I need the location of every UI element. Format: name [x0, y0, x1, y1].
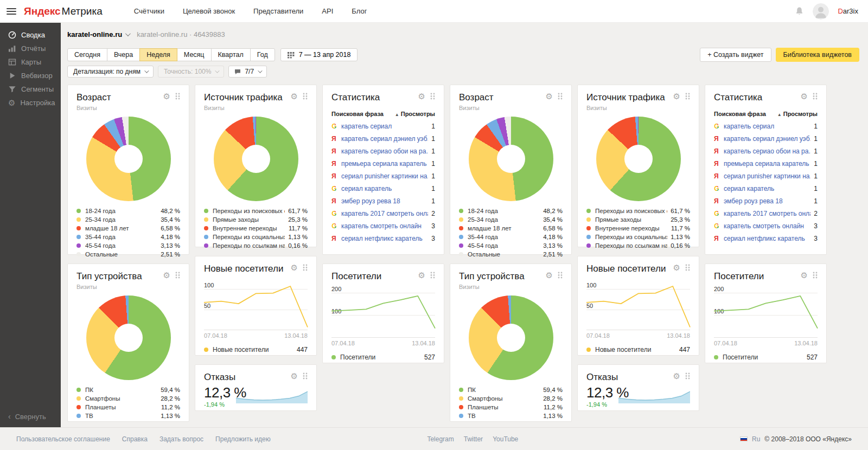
- footer-link-help[interactable]: Справка: [122, 435, 148, 443]
- new-visitors-line-chart[interactable]: 10050: [586, 283, 690, 330]
- footer-link-twitter[interactable]: Twitter: [464, 435, 483, 443]
- google-icon: G: [714, 210, 724, 217]
- comments-dropdown[interactable]: 7/7: [228, 66, 267, 78]
- widget-title: Новые посетители: [204, 263, 283, 274]
- nav-api[interactable]: API: [322, 7, 333, 15]
- widget-drag-handle-icon[interactable]: [685, 264, 690, 271]
- widget-settings-gear-icon[interactable]: ⚙: [546, 92, 553, 100]
- widget-settings-gear-icon[interactable]: ⚙: [163, 92, 170, 100]
- widget-library-button[interactable]: Библиотека виджетов: [776, 48, 859, 62]
- visitors-line-chart[interactable]: 200100: [714, 291, 818, 337]
- x-axis-labels: 07.04.18 13.04.18: [204, 332, 308, 339]
- table-row: Ясериал нетфликс каратель3: [331, 232, 435, 245]
- nav-representatives[interactable]: Представители: [253, 7, 303, 15]
- yandex-icon: Я: [714, 197, 724, 205]
- user-avatar[interactable]: [813, 3, 829, 20]
- footer-link-ask[interactable]: Задать вопрос: [159, 435, 203, 443]
- google-icon: G: [331, 222, 341, 230]
- traffic-source-donut-chart[interactable]: [596, 117, 681, 201]
- sidebar-item-maps[interactable]: Карты: [0, 55, 61, 69]
- period-today[interactable]: Сегодня: [67, 48, 107, 61]
- create-widget-button[interactable]: + Создать виджет: [700, 48, 771, 62]
- widget-board: Возраст Визиты ⚙ 18-24 года48,2 % 25-34: [67, 85, 859, 422]
- new-visitors-line-chart[interactable]: 10050: [204, 283, 308, 330]
- yandex-metrica-logo[interactable]: ЯндексМетрика: [24, 5, 103, 17]
- period-quarter[interactable]: Квартал: [211, 48, 251, 61]
- period-week[interactable]: Неделя: [139, 48, 177, 61]
- visitors-line-chart[interactable]: 200100: [331, 291, 435, 337]
- funnel-icon: [8, 85, 16, 93]
- widget-drag-handle-icon[interactable]: [813, 93, 818, 100]
- widget-settings-gear-icon[interactable]: ⚙: [418, 92, 425, 100]
- sidebar: Сводка Отчёты Карты Вебвизор Сегменты ⚙ …: [0, 23, 61, 427]
- widget-settings-gear-icon[interactable]: ⚙: [673, 92, 680, 100]
- legend-dot: [76, 252, 81, 256]
- counter-selector[interactable]: karatel-online.ru: [67, 30, 129, 38]
- nav-counters[interactable]: Счётчики: [134, 7, 164, 15]
- widget-drag-handle-icon[interactable]: [175, 93, 180, 100]
- legend-dot: [76, 388, 81, 392]
- widget-settings-gear-icon[interactable]: ⚙: [801, 92, 808, 100]
- sidebar-item-summary[interactable]: Сводка: [0, 28, 61, 42]
- footer-link-youtube[interactable]: YouTube: [493, 435, 518, 443]
- date-range-picker[interactable]: 7 — 13 апр 2018: [280, 48, 358, 61]
- age-donut-chart[interactable]: [469, 117, 553, 201]
- widget-settings-gear-icon[interactable]: ⚙: [291, 92, 298, 100]
- yandex-icon: Я: [331, 197, 341, 205]
- bounces-sparkline-chart[interactable]: [618, 386, 690, 403]
- traffic-source-donut-chart[interactable]: [214, 117, 298, 201]
- nav-blog[interactable]: Блог: [352, 7, 367, 15]
- username[interactable]: Dar3ix: [838, 7, 858, 15]
- legend-row: Переходы по ссылкам на сайтах0,16 %: [204, 241, 308, 250]
- yandex-icon: Я: [331, 135, 341, 143]
- widget-drag-handle-icon[interactable]: [175, 272, 180, 279]
- widget-drag-handle-icon[interactable]: [558, 272, 563, 279]
- widget-settings-gear-icon[interactable]: ⚙: [673, 372, 680, 380]
- age-donut-chart[interactable]: [86, 117, 171, 201]
- language-selector[interactable]: Ru: [752, 435, 760, 443]
- sidebar-collapse-button[interactable]: ‹ Свернуть: [0, 412, 61, 421]
- legend-row: 25-34 года35,4 %: [459, 215, 563, 224]
- period-month[interactable]: Месяц: [177, 48, 212, 61]
- widget-settings-gear-icon[interactable]: ⚙: [418, 271, 425, 279]
- device-type-donut-chart[interactable]: [469, 295, 553, 380]
- widget-drag-handle-icon[interactable]: [303, 93, 308, 100]
- footer-link-agreement[interactable]: Пользовательское соглашение: [16, 435, 110, 443]
- widget-settings-gear-icon[interactable]: ⚙: [291, 372, 298, 380]
- device-type-donut-chart[interactable]: [86, 295, 171, 380]
- widget-drag-handle-icon[interactable]: [303, 372, 308, 380]
- widget-settings-gear-icon[interactable]: ⚙: [291, 263, 298, 272]
- period-year[interactable]: Год: [250, 48, 275, 61]
- widget-drag-handle-icon[interactable]: [303, 264, 308, 271]
- table-row: Ясериал punisher картинки на...1: [331, 170, 435, 182]
- hamburger-menu-icon[interactable]: [7, 8, 16, 15]
- widget-drag-handle-icon[interactable]: [430, 93, 435, 100]
- legend-row: Планшеты11,2 %: [76, 403, 180, 412]
- bounces-sparkline-chart[interactable]: [236, 386, 308, 403]
- column-phrase[interactable]: Поисковая фраза: [714, 111, 766, 117]
- footer-link-idea[interactable]: Предложить идею: [215, 435, 271, 443]
- sidebar-item-webvisor[interactable]: Вебвизор: [0, 69, 61, 82]
- period-yesterday[interactable]: Вчера: [107, 48, 140, 61]
- column-phrase[interactable]: Поисковая фраза: [331, 111, 384, 117]
- widget-settings-gear-icon[interactable]: ⚙: [673, 263, 680, 272]
- widget-settings-gear-icon[interactable]: ⚙: [163, 271, 170, 279]
- notifications-bell-icon[interactable]: [795, 7, 804, 16]
- device-legend: ПК59,4 % Смартфоны28,2 % Планшеты11,2 % …: [76, 385, 180, 420]
- widget-drag-handle-icon[interactable]: [685, 93, 690, 100]
- sidebar-item-settings[interactable]: ⚙ Настройка: [0, 96, 61, 110]
- widget-drag-handle-icon[interactable]: [430, 272, 435, 279]
- widget-settings-gear-icon[interactable]: ⚙: [801, 271, 808, 279]
- detalization-dropdown[interactable]: Детализация: по дням: [67, 66, 154, 78]
- widget-drag-handle-icon[interactable]: [813, 272, 818, 279]
- accuracy-dropdown[interactable]: Точность: 100%: [158, 66, 224, 78]
- speedometer-icon: [8, 31, 16, 39]
- sidebar-item-segments[interactable]: Сегменты: [0, 82, 61, 96]
- footer-link-telegram[interactable]: Telegram: [427, 435, 454, 443]
- widget-drag-handle-icon[interactable]: [558, 93, 563, 100]
- sidebar-item-reports[interactable]: Отчёты: [0, 42, 61, 55]
- nav-target-call[interactable]: Целевой звонок: [183, 7, 235, 15]
- legend-dot: [204, 243, 208, 248]
- widget-settings-gear-icon[interactable]: ⚙: [546, 271, 553, 279]
- widget-drag-handle-icon[interactable]: [685, 372, 690, 380]
